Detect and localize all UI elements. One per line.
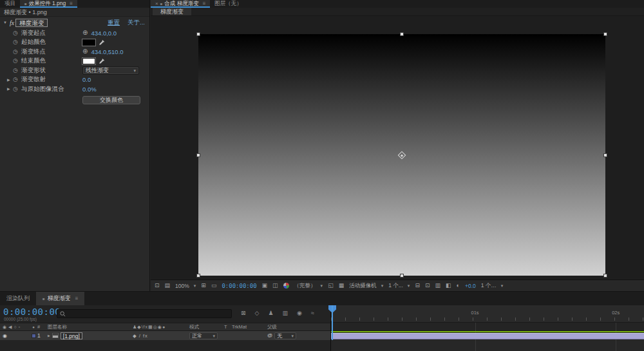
ruler-icon[interactable]: ▥ bbox=[435, 283, 440, 289]
effect-name[interactable]: 梯度渐变 bbox=[15, 19, 48, 27]
tab-effect-controls[interactable]: ■ 效果控件 1.png ≡ bbox=[20, 0, 77, 8]
pickwhip-icon[interactable]: @ bbox=[267, 333, 272, 338]
graph-editor-icon[interactable]: ≈ bbox=[311, 310, 314, 316]
parent-value: 无 bbox=[277, 332, 282, 339]
stopwatch-icon[interactable]: ◷ bbox=[13, 49, 21, 55]
grid-options-icon[interactable]: ⊞ bbox=[201, 283, 206, 289]
close-icon[interactable]: × bbox=[155, 1, 158, 6]
collapse-triangle-icon[interactable]: ▼ bbox=[3, 21, 7, 24]
shy-icon[interactable]: ♟ bbox=[268, 310, 273, 316]
selection-handle[interactable] bbox=[196, 32, 200, 36]
comp-canvas[interactable] bbox=[198, 34, 605, 276]
reset-link[interactable]: 重置 bbox=[108, 19, 120, 27]
eyedropper-icon[interactable] bbox=[99, 58, 105, 64]
guides-icon[interactable]: ◧ bbox=[446, 283, 451, 289]
prop-label-ramp-end: 渐变终点 bbox=[21, 48, 46, 56]
comp-subtab-label: 梯度渐变 bbox=[160, 8, 184, 16]
show-snapshot-icon[interactable]: ◫ bbox=[272, 283, 278, 289]
magnification-select[interactable]: 100% ▾ bbox=[175, 283, 196, 289]
panel-menu-icon[interactable]: ≡ bbox=[70, 1, 73, 6]
show-channels-icon[interactable] bbox=[283, 283, 289, 289]
selection-handle[interactable] bbox=[400, 32, 404, 36]
motion-blur-icon[interactable]: ◉ bbox=[297, 310, 302, 316]
point-target-icon[interactable]: ⊕ bbox=[82, 30, 88, 36]
tab-layer[interactable]: 图层（无） bbox=[210, 0, 247, 8]
layer-duration-bar[interactable] bbox=[331, 333, 644, 339]
stopwatch-icon[interactable]: ◷ bbox=[13, 30, 21, 36]
tab-timeline-comp-label: 梯度渐变 bbox=[48, 294, 71, 303]
stopwatch-icon[interactable]: ◷ bbox=[13, 68, 21, 73]
timeline-option-icons: ⊠ ◇ ♟ ▥ ◉ ≈ bbox=[241, 310, 314, 316]
comp-subtab[interactable]: 梯度渐变 bbox=[153, 8, 191, 15]
swap-colors-button[interactable]: 交换颜色 bbox=[82, 96, 140, 104]
exposure-value[interactable]: +0.0 bbox=[465, 283, 476, 289]
tab-timeline-comp[interactable]: ■ 梯度渐变 ≡ bbox=[36, 292, 84, 305]
ramp-end-value[interactable]: 434.0,510.0 bbox=[91, 48, 123, 55]
selection-handle[interactable] bbox=[196, 153, 200, 157]
stopwatch-icon[interactable]: ◷ bbox=[13, 58, 21, 64]
frame-blend-icon[interactable]: ▥ bbox=[283, 310, 289, 316]
eye-icon[interactable]: ◉ bbox=[3, 334, 7, 339]
panel-menu-icon[interactable]: ≡ bbox=[203, 1, 206, 6]
track-area[interactable] bbox=[330, 323, 644, 351]
expand-triangle-icon[interactable]: ▶ bbox=[7, 87, 10, 91]
stopwatch-icon[interactable]: ◷ bbox=[13, 86, 21, 92]
effect-controls-breadcrumb: 梯度渐变 • 1.png bbox=[0, 8, 149, 17]
selection-handle[interactable] bbox=[603, 153, 607, 157]
layer-name[interactable]: [1.png] bbox=[61, 332, 82, 339]
panel-menu-icon[interactable]: ≡ bbox=[75, 296, 79, 301]
monitor-icon[interactable]: ▤ bbox=[165, 283, 171, 289]
draft-3d-icon[interactable]: ◇ bbox=[255, 310, 260, 316]
eyedropper-icon[interactable] bbox=[99, 39, 105, 46]
resolution-select[interactable]: （完整） ▾ bbox=[294, 282, 323, 290]
stopwatch-icon[interactable]: ◷ bbox=[13, 39, 21, 45]
transparency-grid-icon[interactable]: ▦ bbox=[339, 283, 345, 289]
blend-mode-select[interactable]: 正常 ▾ bbox=[189, 332, 218, 339]
prop-label-ramp-scatter: 渐变散射 bbox=[21, 75, 46, 84]
time-ruler[interactable]: 01s 02s bbox=[330, 305, 644, 323]
timeline-search[interactable] bbox=[57, 309, 232, 318]
end-color-swatch[interactable] bbox=[82, 58, 95, 64]
expand-triangle-icon[interactable]: ▶ bbox=[7, 78, 10, 82]
exposure-icon[interactable]: ◐ bbox=[457, 283, 460, 289]
selection-handle[interactable] bbox=[400, 274, 404, 278]
search-input[interactable] bbox=[68, 310, 229, 317]
layer-name-header[interactable]: 图层名称 bbox=[48, 324, 133, 330]
selection-handle[interactable] bbox=[196, 274, 200, 278]
tab-project[interactable]: 项目 bbox=[0, 0, 20, 8]
screen-icon[interactable]: ⊡ bbox=[155, 283, 160, 289]
layer-switches[interactable]: ◆ / fx bbox=[133, 333, 189, 339]
playhead-line[interactable] bbox=[332, 305, 333, 340]
fast-previews-icon[interactable]: ⊡ bbox=[425, 283, 430, 289]
point-target-icon[interactable]: ⊕ bbox=[82, 48, 88, 55]
view-layout-select[interactable]: 1 个... ▾ bbox=[388, 282, 410, 290]
region-of-interest-icon[interactable]: ◱ bbox=[328, 283, 334, 289]
snapshot-icon[interactable]: ▣ bbox=[262, 283, 268, 289]
parent-select[interactable]: 无 ▾ bbox=[274, 332, 296, 339]
mask-visibility-icon[interactable]: ▭ bbox=[211, 283, 217, 289]
label-color-chip[interactable] bbox=[32, 334, 36, 338]
ramp-shape-select[interactable]: 线性渐变 ▾ bbox=[82, 66, 139, 75]
viewer-timecode[interactable]: 0:00:00:00 bbox=[222, 283, 256, 289]
about-link[interactable]: 关于... bbox=[128, 19, 145, 27]
anchor-point[interactable] bbox=[398, 151, 406, 159]
parent-header[interactable]: 父级 bbox=[267, 324, 306, 330]
stopwatch-icon[interactable]: ◷ bbox=[13, 77, 21, 82]
start-color-swatch[interactable] bbox=[82, 39, 95, 46]
selection-handle[interactable] bbox=[603, 274, 607, 278]
panel-icon: ■ bbox=[160, 2, 163, 6]
blend-original-value[interactable]: 0.0% bbox=[82, 86, 97, 93]
selection-handle[interactable] bbox=[603, 32, 607, 36]
renderer-select[interactable]: 1 个… ▾ bbox=[481, 282, 504, 290]
layer-expand-icon[interactable]: ▶ bbox=[48, 334, 50, 337]
tab-composition[interactable]: × ■ 合成 梯度渐变 ≡ bbox=[151, 0, 210, 8]
comp-flowchart-icon[interactable]: ⊠ bbox=[241, 310, 246, 316]
layer-row[interactable]: ◉ 1 ▶ [1.png] ◆ / fx 正常 ▾ bbox=[0, 331, 330, 340]
ramp-scatter-value[interactable]: 0.0 bbox=[82, 76, 91, 83]
tab-render-queue[interactable]: 渲染队列 bbox=[0, 292, 36, 305]
ramp-start-value[interactable]: 434.0,0.0 bbox=[91, 30, 117, 37]
pixel-aspect-icon[interactable]: ⊟ bbox=[415, 283, 420, 289]
mode-header[interactable]: 模式 bbox=[189, 324, 224, 330]
current-timecode[interactable]: 0:00:00:00 bbox=[3, 307, 61, 317]
camera-select[interactable]: 活动摄像机 ▾ bbox=[349, 282, 383, 290]
